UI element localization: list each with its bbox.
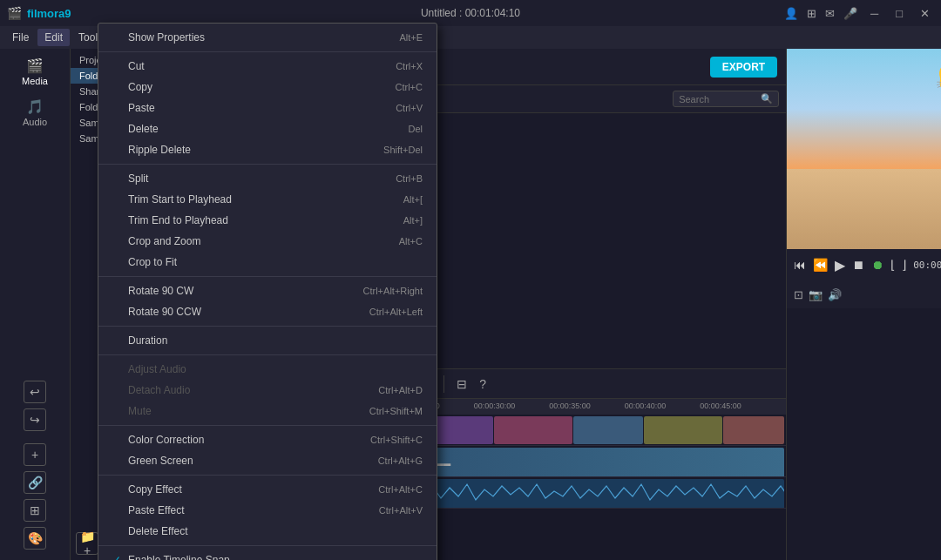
menu-item-copy-effect[interactable]: Copy Effect Ctrl+Alt+C [98,479,437,500]
menu-item-detach-audio[interactable]: Detach Audio Ctrl+Alt+D [98,380,437,401]
dropdown-menu: Show Properties Alt+E Cut Ctrl+X Copy Ct… [98,23,437,560]
menu-item-adjust-audio[interactable]: Adjust Audio [98,359,437,380]
menu-item-duration[interactable]: Duration [98,330,437,351]
menu-section-audio: Adjust Audio Detach Audio Ctrl+Alt+D Mut… [98,355,437,426]
menu-item-rotate-cw[interactable]: Rotate 90 CW Ctrl+Alt+Right [98,280,437,301]
menu-item-trim-end[interactable]: Trim End to Playhead Alt+] [98,210,437,231]
menu-item-paste-effect[interactable]: Paste Effect Ctrl+Alt+V [98,500,437,521]
menu-item-split[interactable]: Split Ctrl+B [98,168,437,189]
menu-section-edit: Split Ctrl+B Trim Start to Playhead Alt+… [98,165,437,277]
menu-section-properties: Show Properties Alt+E [98,24,437,52]
menu-item-delete-effect[interactable]: Delete Effect [98,521,437,542]
menu-item-trim-start[interactable]: Trim Start to Playhead Alt+[ [98,189,437,210]
menu-item-show-properties[interactable]: Show Properties Alt+E [98,27,437,48]
menu-item-enable-snap[interactable]: ✓ Enable Timeline Snap [98,550,437,560]
menu-item-green-screen[interactable]: Green Screen Ctrl+Alt+G [98,450,437,471]
menu-item-mute[interactable]: Mute Ctrl+Shift+M [98,401,437,422]
menu-item-paste[interactable]: Paste Ctrl+V [98,98,437,118]
dropdown-overlay[interactable]: Show Properties Alt+E Cut Ctrl+X Copy Ct… [0,0,941,560]
menu-section-clipboard: Cut Ctrl+X Copy Ctrl+C Paste Ctrl+V Dele… [98,52,437,165]
menu-item-rotate-ccw[interactable]: Rotate 90 CCW Ctrl+Alt+Left [98,301,437,322]
menu-section-duration: Duration [98,327,437,355]
menu-item-ripple-delete[interactable]: Ripple Delete Shift+Del [98,139,437,160]
menu-section-effects: Copy Effect Ctrl+Alt+C Paste Effect Ctrl… [98,476,437,546]
menu-item-delete[interactable]: Delete Del [98,118,437,139]
menu-item-cut[interactable]: Cut Ctrl+X [98,56,437,77]
menu-section-rotate: Rotate 90 CW Ctrl+Alt+Right Rotate 90 CC… [98,277,437,327]
menu-item-crop-zoom[interactable]: Crop and Zoom Alt+C [98,231,437,252]
menu-section-color: Color Correction Ctrl+Shift+C Green Scre… [98,426,437,476]
menu-item-color-correction[interactable]: Color Correction Ctrl+Shift+C [98,429,437,450]
menu-section-snap: ✓ Enable Timeline Snap [98,546,437,560]
menu-item-crop-to-fit[interactable]: Crop to Fit [98,252,437,273]
menu-item-copy[interactable]: Copy Ctrl+C [98,77,437,98]
